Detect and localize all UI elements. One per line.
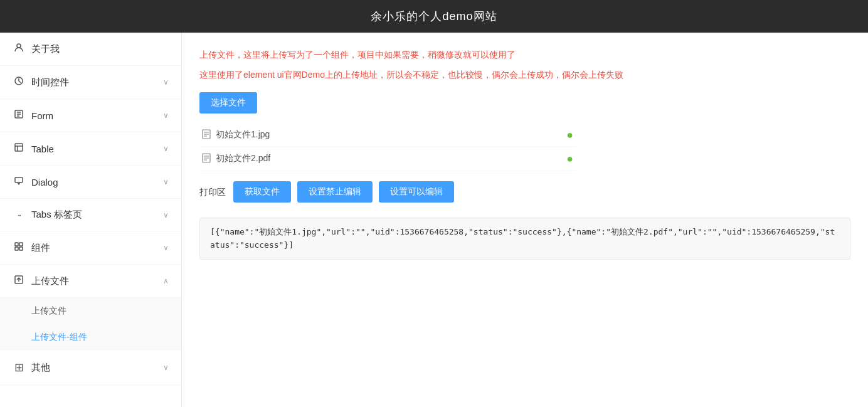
sidebar-item-others[interactable]: ⊞ 其他 ∨ xyxy=(0,351,181,385)
sidebar: 关于我 时间控件 ∨ Form ∨ xyxy=(0,33,182,407)
svg-point-0 xyxy=(17,44,21,48)
sidebar-item-upload[interactable]: 上传文件 ∧ xyxy=(0,265,181,298)
disable-edit-button[interactable]: 设置禁止编辑 xyxy=(297,181,373,203)
upload-file-label: 上传文件 xyxy=(31,305,66,315)
components-icon xyxy=(13,241,25,254)
sidebar-components-label: 组件 xyxy=(31,242,50,254)
tabs-icon: ··· xyxy=(13,211,25,219)
notice-text-2: 这里使用了element ui官网Demo上的上传地址，所以会不稳定，也比较慢，… xyxy=(199,68,850,82)
notice-text-1: 上传文件，这里将上传写为了一个组件，项目中如果需要，稍微修改就可以使用了 xyxy=(199,48,850,61)
chevron-table-icon: ∨ xyxy=(163,144,169,153)
form-icon xyxy=(13,109,25,122)
svg-rect-6 xyxy=(19,243,23,246)
file-name-1: 初始文件1.jpg xyxy=(216,129,270,140)
enable-edit-button[interactable]: 设置可以编辑 xyxy=(379,181,454,203)
sidebar-dialog-label: Dialog xyxy=(31,177,58,188)
select-file-button[interactable]: 选择文件 xyxy=(199,92,257,114)
sidebar-sub-upload-file[interactable]: 上传文件 xyxy=(0,298,181,324)
sidebar-item-form[interactable]: Form ∨ xyxy=(0,99,181,132)
file-status-icon-2: ● xyxy=(566,152,573,166)
time-icon xyxy=(13,76,25,88)
sidebar-time-label: 时间控件 xyxy=(31,77,69,88)
file-list: 初始文件1.jpg ● 初始文件2.pdf ● xyxy=(199,124,850,171)
code-output: [{"name":"初始文件1.jpg","url":"","uid":1536… xyxy=(199,218,850,260)
sidebar-item-time[interactable]: 时间控件 ∨ xyxy=(0,66,181,99)
print-area: 打印区 获取文件 设置禁止编辑 设置可以编辑 [{"name":"初始文件1.j… xyxy=(199,181,850,260)
dialog-icon xyxy=(13,176,25,188)
chevron-dialog-icon: ∨ xyxy=(163,177,169,186)
header-title: 余小乐的个人demo网站 xyxy=(371,10,497,23)
svg-rect-4 xyxy=(15,177,23,182)
main-content: 上传文件，这里将上传写为了一个组件，项目中如果需要，稍微修改就可以使用了 这里使… xyxy=(182,33,868,407)
chevron-others-icon: ∨ xyxy=(163,363,169,372)
sidebar-item-table[interactable]: Table ∨ xyxy=(0,132,181,166)
svg-rect-7 xyxy=(15,247,18,250)
sidebar-item-tabs[interactable]: ··· Tabs 标签页 ∨ xyxy=(0,199,181,231)
file-name-2: 初始文件2.pdf xyxy=(216,153,270,164)
svg-rect-8 xyxy=(19,247,23,250)
sidebar-item-about[interactable]: 关于我 xyxy=(0,33,181,66)
file-doc-icon-2 xyxy=(202,153,211,165)
print-label: 打印区 xyxy=(199,187,226,198)
print-btn-group: 获取文件 设置禁止编辑 设置可以编辑 xyxy=(233,181,454,203)
about-icon xyxy=(13,43,25,55)
file-doc-icon-1 xyxy=(202,129,211,141)
chevron-components-icon: ∨ xyxy=(163,243,169,252)
svg-rect-3 xyxy=(15,144,23,151)
get-file-button[interactable]: 获取文件 xyxy=(233,181,291,203)
sidebar-table-label: Table xyxy=(31,144,54,154)
chevron-tabs-icon: ∨ xyxy=(163,211,169,219)
sidebar-item-dialog[interactable]: Dialog ∨ xyxy=(0,166,181,199)
others-icon: ⊞ xyxy=(13,361,25,374)
sidebar-tabs-label: Tabs 标签页 xyxy=(31,209,82,221)
upload-submenu: 上传文件 上传文件-组件 xyxy=(0,298,181,351)
file-item: 初始文件2.pdf ● xyxy=(199,147,576,171)
upload-icon xyxy=(13,275,25,287)
chevron-time-icon: ∨ xyxy=(163,78,169,87)
sidebar-sub-upload-component[interactable]: 上传文件-组件 xyxy=(0,324,181,351)
sidebar-item-components[interactable]: 组件 ∨ xyxy=(0,231,181,265)
sidebar-about-label: 关于我 xyxy=(31,43,60,55)
file-status-icon-1: ● xyxy=(566,129,573,142)
file-item: 初始文件1.jpg ● xyxy=(199,124,576,147)
upload-component-label: 上传文件-组件 xyxy=(31,332,87,342)
site-header: 余小乐的个人demo网站 xyxy=(0,0,868,33)
table-icon xyxy=(13,142,25,155)
sidebar-upload-label: 上传文件 xyxy=(31,275,69,287)
svg-rect-5 xyxy=(15,243,18,246)
sidebar-form-label: Form xyxy=(31,110,53,121)
chevron-form-icon: ∨ xyxy=(163,111,169,120)
sidebar-others-label: 其他 xyxy=(31,362,50,374)
chevron-upload-icon: ∧ xyxy=(163,277,169,285)
